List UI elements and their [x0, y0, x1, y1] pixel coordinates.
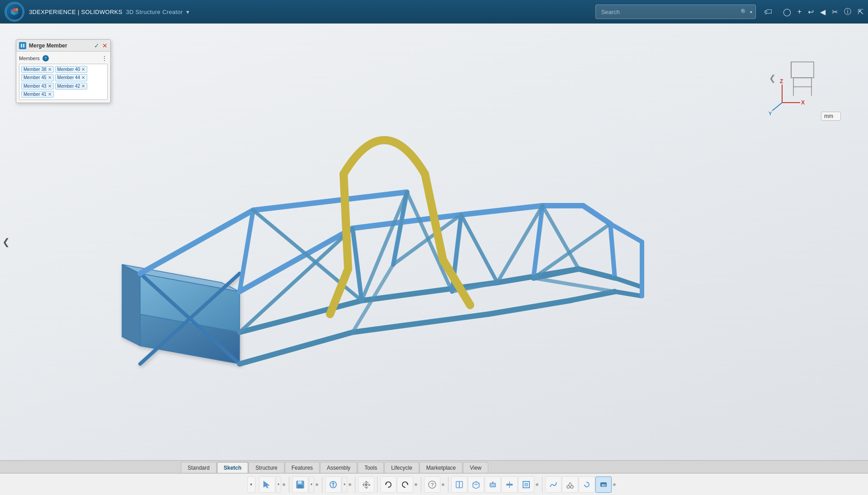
tab-standard[interactable]: Standard [181, 462, 217, 473]
svg-line-81 [476, 483, 479, 485]
panel-controls: ✓ ✕ [94, 42, 108, 49]
svg-line-17 [353, 314, 488, 332]
member-40-remove[interactable]: ✕ [81, 67, 85, 72]
member-chip-44[interactable]: Member 44 ✕ [55, 74, 88, 81]
search-input[interactable] [595, 5, 756, 19]
search-dropdown-icon[interactable]: ▾ [750, 9, 752, 14]
cube-btn[interactable] [468, 476, 484, 493]
plane-btn[interactable] [485, 476, 501, 493]
redo-btn[interactable] [397, 476, 413, 493]
svg-line-62 [772, 103, 782, 111]
unit-dropdown[interactable]: mm cm m in [821, 112, 841, 121]
settings-btn[interactable] [358, 476, 374, 493]
member-41-label: Member 41 [24, 92, 47, 97]
orientation-cube-svg: Z X Y ❮ [769, 57, 827, 116]
svg-line-51 [610, 224, 642, 242]
tab-marketplace[interactable]: Marketplace [420, 462, 462, 473]
member-41-remove[interactable]: ✕ [48, 92, 52, 97]
tag-icon[interactable]: 🏷 [764, 7, 772, 17]
help-badge[interactable]: ? [42, 55, 49, 61]
svg-rect-56 [793, 78, 811, 87]
chassis-left-box [122, 264, 240, 364]
select-tool-arrow[interactable]: ▾ [276, 476, 281, 493]
svg-marker-64 [264, 481, 269, 488]
svg-point-1 [14, 12, 15, 14]
cut-icon[interactable]: ✂ [832, 8, 838, 16]
revolve-btn[interactable] [579, 476, 595, 493]
svg-line-29 [393, 192, 407, 264]
member-42-remove[interactable]: ✕ [81, 84, 85, 89]
tab-bar: Standard Sketch Structure Features Assem… [0, 461, 868, 473]
component-btn[interactable] [325, 476, 341, 493]
search-icon[interactable]: 🔍 [741, 9, 747, 15]
tab-structure[interactable]: Structure [249, 462, 284, 473]
z-axis-label: Z [780, 78, 783, 85]
tab-tools[interactable]: Tools [358, 462, 384, 473]
member-chip-41[interactable]: Member 41 ✕ [21, 91, 54, 98]
component-btn-arrow[interactable]: ▾ [342, 476, 347, 493]
svg-line-50 [533, 278, 615, 292]
help-icon[interactable]: ⓘ [844, 7, 851, 17]
3d-active-btn[interactable]: 3D [595, 476, 612, 493]
tab-lifecycle[interactable]: Lifecycle [384, 462, 419, 473]
svg-line-15 [240, 332, 353, 364]
share-icon[interactable]: ↩ [808, 8, 814, 16]
app-logo[interactable] [5, 2, 24, 22]
member-chip-45[interactable]: Member 45 ✕ [21, 74, 54, 81]
product-dropdown[interactable]: ▾ [186, 9, 189, 15]
member-38-remove[interactable]: ✕ [48, 67, 52, 72]
back-icon[interactable]: ◀ [820, 8, 826, 16]
toolbar-group-model: ▾ [259, 476, 289, 493]
tab-assembly[interactable]: Assembly [320, 462, 357, 473]
undo-btn[interactable] [380, 476, 396, 493]
book-btn[interactable] [451, 476, 467, 493]
members-list: Member 38 ✕ Member 40 ✕ Member 45 ✕ Memb… [19, 64, 108, 100]
toolbar-group-undoredo [380, 476, 421, 493]
tab-features[interactable]: Features [285, 462, 320, 473]
svg-line-80 [473, 483, 476, 485]
svg-line-27 [353, 228, 362, 301]
members-section-header: Members ? ⋮ [19, 53, 108, 64]
svg-line-39 [570, 292, 615, 301]
frame-btn[interactable] [518, 476, 534, 493]
member-45-remove[interactable]: ✕ [48, 75, 52, 80]
member-40-label: Member 40 [57, 67, 80, 72]
member-chip-40[interactable]: Member 40 ✕ [55, 66, 88, 73]
add-icon[interactable]: + [797, 8, 802, 16]
save-btn[interactable] [292, 476, 308, 493]
member-chip-38[interactable]: Member 38 ✕ [21, 66, 54, 73]
panel-icon [19, 42, 26, 49]
save-btn-arrow[interactable]: ▾ [309, 476, 314, 493]
toolbar-group-mesh: 3D [545, 476, 619, 493]
svg-line-12 [253, 192, 407, 210]
structure-3d-view[interactable] [0, 24, 868, 460]
help-btn[interactable]: ? [424, 476, 440, 493]
cut-btn[interactable] [562, 476, 578, 493]
member-chip-43[interactable]: Member 43 ✕ [21, 83, 54, 90]
member-chip-42[interactable]: Member 42 ✕ [55, 83, 88, 90]
panel-title: Merge Member [29, 42, 91, 49]
confirm-button[interactable]: ✓ [94, 42, 99, 49]
svg-point-70 [365, 483, 368, 486]
toolbar-group-sketch [451, 476, 542, 493]
panel-body: Members ? ⋮ Member 38 ✕ Member 40 ✕ Memb… [16, 52, 110, 103]
toolbar-group-component: ▾ [325, 476, 355, 493]
expand-icon[interactable]: ⇱ [858, 8, 863, 16]
svg-line-28 [362, 192, 407, 301]
select-tool-btn[interactable] [259, 476, 275, 493]
beam-btn[interactable] [501, 476, 518, 493]
new-document-icon[interactable]: ◯ [783, 8, 791, 16]
svg-line-48 [461, 215, 497, 283]
cancel-button[interactable]: ✕ [102, 42, 108, 49]
more-options[interactable]: ⋮ [101, 55, 108, 62]
viewport[interactable]: ❮ Merge Member ✓ ✕ Members ? ⋮ [0, 24, 868, 460]
surface-btn[interactable] [545, 476, 561, 493]
svg-line-92 [570, 482, 572, 486]
member-43-remove[interactable]: ✕ [48, 84, 52, 89]
tab-sketch[interactable]: Sketch [217, 462, 248, 473]
tab-view[interactable]: View [463, 462, 488, 473]
member-44-remove[interactable]: ✕ [81, 75, 85, 80]
unit-selector[interactable]: mm cm m in [821, 112, 841, 121]
svg-point-90 [571, 486, 573, 488]
toolbar-expand-btn[interactable]: ▾ [247, 476, 255, 493]
